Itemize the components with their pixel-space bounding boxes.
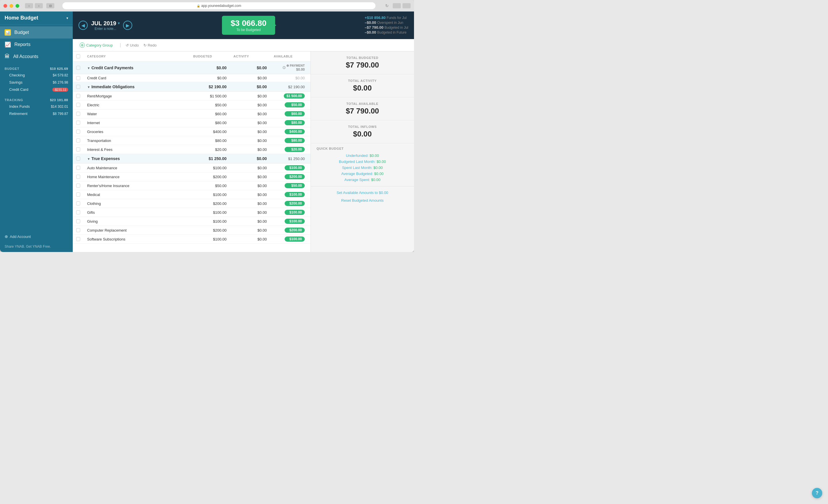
undo-button[interactable]: ↺ Undo — [126, 43, 139, 47]
quick-budget-item[interactable]: Average Spent: $0.00 — [317, 177, 408, 183]
row-checkbox[interactable] — [76, 184, 80, 188]
row-budgeted[interactable]: $0.00 — [190, 74, 230, 82]
row-budgeted[interactable]: $200.00 — [190, 199, 230, 208]
quick-budget-item[interactable]: Average Budgeted: $0.00 — [317, 171, 408, 177]
row-checkbox[interactable] — [76, 103, 80, 107]
account-item-checking[interactable]: Checking $4 579.82 — [0, 72, 73, 79]
sidebar-item-all-accounts[interactable]: 🏛 All Accounts — [0, 51, 73, 62]
table-row[interactable]: Rent/Mortgage $1 500.00 $0.00 $1 500.00 — [73, 92, 310, 101]
account-item-index-funds[interactable]: Index Funds $14 302.01 — [0, 103, 73, 110]
forward-button[interactable]: › — [35, 3, 43, 8]
row-budgeted[interactable]: $60.00 — [190, 109, 230, 119]
row-checkbox[interactable] — [76, 166, 80, 170]
fullscreen-button[interactable] — [403, 3, 411, 8]
account-item-credit-card[interactable]: Credit Card -$231.11 — [0, 86, 73, 93]
url-bar[interactable]: 🔒 app.youneedabudget.com — [63, 2, 375, 9]
row-budgeted[interactable]: $100.00 — [190, 217, 230, 226]
row-budgeted[interactable]: $100.00 — [190, 190, 230, 199]
row-budgeted[interactable]: $50.00 — [190, 181, 230, 190]
account-item-savings[interactable]: Savings $6 276.98 — [0, 79, 73, 86]
share-button[interactable] — [393, 3, 401, 8]
table-row[interactable]: Electric $50.00 $0.00 $50.00 — [73, 101, 310, 109]
category-name[interactable]: Interest & Fees — [84, 145, 190, 154]
table-row[interactable]: Gifts $100.00 $0.00 $100.00 — [73, 208, 310, 217]
row-checkbox[interactable] — [76, 112, 80, 116]
row-checkbox[interactable] — [76, 94, 80, 98]
row-checkbox[interactable] — [76, 121, 80, 125]
row-checkbox[interactable] — [76, 219, 80, 223]
table-row[interactable]: Software Subscriptions $100.00 $0.00 $10… — [73, 235, 310, 244]
category-name[interactable]: Rent/Mortgage — [84, 92, 190, 101]
reset-budgeted-link[interactable]: Reset Budgeted Amounts — [311, 196, 414, 204]
account-item-retirement[interactable]: Retirement $8 799.87 — [0, 110, 73, 117]
row-checkbox[interactable] — [76, 237, 80, 241]
row-budgeted[interactable]: $20.00 — [190, 145, 230, 154]
row-budgeted[interactable]: $200.00 — [190, 226, 230, 235]
row-checkbox[interactable] — [76, 138, 80, 142]
quick-budget-item[interactable]: Spent Last Month: $0.00 — [317, 165, 408, 171]
table-row[interactable]: Auto Maintenance $100.00 $0.00 $100.00 — [73, 164, 310, 172]
category-name[interactable]: Renter's/Home Insurance — [84, 181, 190, 190]
category-name[interactable]: Transportation — [84, 136, 190, 145]
group-checkbox[interactable] — [76, 66, 80, 70]
add-category-group-button[interactable]: ⊕ Category Group — [77, 41, 115, 49]
maximize-button[interactable] — [15, 4, 19, 8]
row-budgeted[interactable]: $1 500.00 — [190, 92, 230, 101]
row-budgeted[interactable]: $100.00 — [190, 208, 230, 217]
table-row[interactable]: Renter's/Home Insurance $50.00 $0.00 $50… — [73, 181, 310, 190]
row-checkbox[interactable] — [76, 175, 80, 179]
row-budgeted[interactable]: $80.00 — [190, 119, 230, 127]
sidebar-item-budget[interactable]: 📊 Budget — [0, 27, 73, 39]
category-name[interactable]: Auto Maintenance — [84, 164, 190, 172]
category-name[interactable]: Internet — [84, 119, 190, 127]
redo-button[interactable]: ↻ Redo — [143, 43, 157, 47]
category-name[interactable]: Credit Card — [84, 74, 190, 82]
sidebar-toggle-button[interactable]: ⊟ — [46, 3, 54, 8]
category-name[interactable]: Medical — [84, 190, 190, 199]
row-budgeted[interactable]: $400.00 — [190, 127, 230, 136]
quick-budget-item[interactable]: Budgeted Last Month: $0.00 — [317, 158, 408, 165]
group-collapse-icon[interactable]: ▼ — [87, 85, 90, 89]
table-row[interactable]: Interest & Fees $20.00 $0.00 $20.00 — [73, 145, 310, 154]
row-budgeted[interactable]: $50.00 — [190, 101, 230, 109]
table-row[interactable]: Giving $100.00 $0.00 $100.00 — [73, 217, 310, 226]
category-name[interactable]: Groceries — [84, 127, 190, 136]
month-title[interactable]: JUL 2019 ▾ — [91, 20, 120, 27]
group-row[interactable]: ▼True Expenses $1 250.00 $0.00 $1 250.00 — [73, 154, 310, 164]
table-row[interactable]: Internet $80.00 $0.00 $80.00 — [73, 119, 310, 127]
category-name[interactable]: Clothing — [84, 199, 190, 208]
table-row[interactable]: Home Maintenance $200.00 $0.00 $200.00 — [73, 172, 310, 181]
group-row[interactable]: ▼Immediate Obligations $2 190.00 $0.00 $… — [73, 82, 310, 92]
category-name[interactable]: Water — [84, 109, 190, 119]
set-available-link[interactable]: Set Available Amounts to $0.00 — [311, 189, 414, 196]
app-dropdown-icon[interactable]: ▾ — [67, 16, 68, 20]
row-checkbox[interactable] — [76, 192, 80, 196]
row-budgeted[interactable]: $80.00 — [190, 136, 230, 145]
category-name[interactable]: Gifts — [84, 208, 190, 217]
row-checkbox[interactable] — [76, 201, 80, 205]
month-note[interactable]: Enter a note... — [91, 27, 120, 31]
row-budgeted[interactable]: $100.00 — [190, 164, 230, 172]
row-checkbox[interactable] — [76, 147, 80, 151]
close-button[interactable] — [3, 4, 7, 8]
category-name[interactable]: Computer Replacement — [84, 226, 190, 235]
table-row[interactable]: Medical $100.00 $0.00 $100.00 — [73, 190, 310, 199]
group-checkbox[interactable] — [76, 85, 80, 89]
table-row[interactable]: Computer Replacement $200.00 $0.00 $200.… — [73, 226, 310, 235]
next-month-button[interactable]: ▶ — [123, 21, 132, 30]
row-checkbox[interactable] — [76, 76, 80, 80]
table-row[interactable]: Transportation $80.00 $0.00 $80.00 — [73, 136, 310, 145]
row-checkbox[interactable] — [76, 210, 80, 214]
group-collapse-icon[interactable]: ▼ — [87, 66, 90, 70]
category-name[interactable]: Giving — [84, 217, 190, 226]
add-account-button[interactable]: ⊕ Add Account — [0, 231, 73, 242]
row-checkbox[interactable] — [76, 130, 80, 134]
refresh-button[interactable]: ↻ — [383, 2, 390, 9]
row-budgeted[interactable]: $200.00 — [190, 172, 230, 181]
quick-budget-item[interactable]: Underfunded: $0.00 — [317, 152, 408, 158]
row-checkbox[interactable] — [76, 228, 80, 232]
prev-month-button[interactable]: ◀ — [79, 21, 88, 30]
table-row[interactable]: Clothing $200.00 $0.00 $200.00 — [73, 199, 310, 208]
back-button[interactable]: ‹ — [25, 3, 33, 8]
category-name[interactable]: Software Subscriptions — [84, 235, 190, 244]
